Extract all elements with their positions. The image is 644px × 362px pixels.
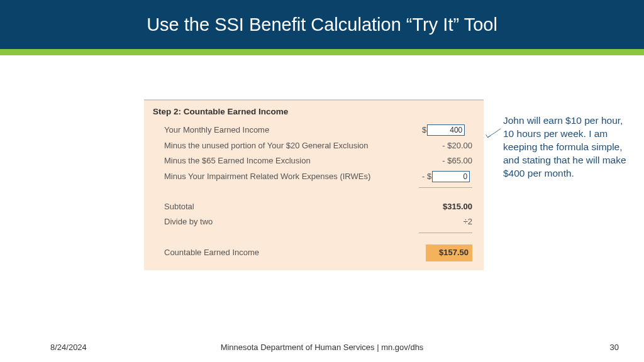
spacer — [164, 236, 472, 244]
calc-rows: Your Monthly Earned Income $ Minus the u… — [153, 123, 475, 261]
calculator-panel: Step 2: Countable Earned Income Your Mon… — [144, 99, 484, 270]
spacer — [164, 190, 472, 199]
accent-bar — [0, 49, 644, 55]
row-earned-income: Your Monthly Earned Income $ — [164, 123, 472, 138]
row-value: $ — [422, 123, 472, 138]
row-result: Countable Earned Income $157.50 — [164, 244, 472, 261]
footer-page-number: 30 — [610, 343, 619, 352]
row-value: - $ — [422, 169, 472, 185]
row-label: Divide by two — [164, 214, 422, 230]
annotation-text: John will earn $10 per hour, 10 hours pe… — [503, 114, 629, 180]
row-label: Subtotal — [164, 199, 422, 215]
slide-body: Step 2: Countable Earned Income Your Mon… — [0, 55, 644, 332]
row-subtotal: Subtotal $315.00 — [164, 199, 472, 215]
row-value: - $65.00 — [422, 153, 472, 169]
step-title: Step 2: Countable Earned Income — [153, 107, 475, 116]
slide-header: Use the SSI Benefit Calculation “Try It”… — [0, 0, 644, 49]
currency-prefix: - $ — [422, 169, 431, 185]
row-value: $315.00 — [422, 199, 472, 215]
row-label: Minus the $65 Earned Income Exclusion — [164, 153, 422, 169]
currency-prefix: $ — [422, 123, 426, 138]
row-label: Minus Your Impairment Related Work Expen… — [164, 169, 422, 185]
pointer-arrow-icon — [486, 128, 502, 144]
row-label: Minus the unused portion of Your $20 Gen… — [164, 138, 422, 154]
footer-date: 8/24/2024 — [50, 343, 87, 352]
row-label: Your Monthly Earned Income — [164, 123, 422, 138]
earned-income-input[interactable] — [427, 124, 465, 136]
row-general-exclusion: Minus the unused portion of Your $20 Gen… — [164, 138, 472, 154]
row-divide: Divide by two ÷2 — [164, 214, 472, 230]
row-value: ÷2 — [422, 214, 472, 230]
divider-line — [419, 233, 472, 233]
slide-title: Use the SSI Benefit Calculation “Try It”… — [147, 14, 497, 35]
slide-footer: 8/24/2024 Minnesota Department of Human … — [0, 332, 644, 362]
result-highlight: $157.50 — [426, 244, 472, 261]
irwe-input[interactable] — [432, 171, 470, 182]
row-value-wrap: $157.50 — [422, 244, 472, 261]
row-label: Countable Earned Income — [164, 245, 422, 261]
row-earned-exclusion: Minus the $65 Earned Income Exclusion - … — [164, 153, 472, 169]
row-value: - $20.00 — [422, 138, 472, 154]
footer-org: Minnesota Department of Human Services |… — [0, 343, 644, 352]
row-irwe: Minus Your Impairment Related Work Expen… — [164, 169, 472, 185]
divider-line — [419, 187, 472, 188]
